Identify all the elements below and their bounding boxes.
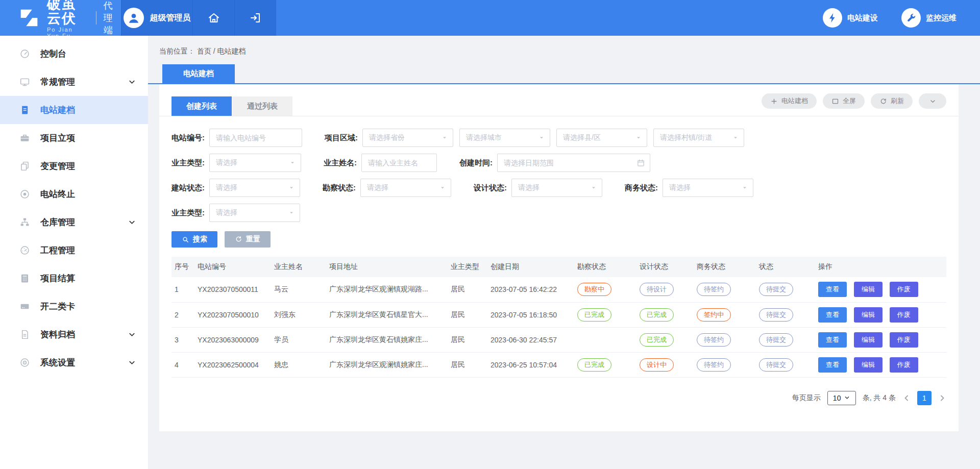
build-status-select[interactable]: 请选择 [209, 179, 300, 197]
page-number-current[interactable]: 1 [917, 391, 932, 405]
tab-create-list[interactable]: 创建列表 [172, 96, 232, 116]
brand-name: 破茧云伏 [47, 0, 85, 26]
next-page-icon[interactable] [938, 394, 946, 402]
status-badge: 待提交 [759, 358, 793, 372]
settings-icon [19, 357, 30, 368]
logout-button[interactable] [234, 0, 276, 36]
status-badge: 待提交 [759, 308, 793, 322]
owner-type-2-select[interactable]: 请选择 [209, 204, 300, 222]
void-button[interactable]: 作废 [890, 357, 918, 373]
edit-button[interactable]: 编辑 [854, 332, 883, 348]
filter-row-4: 业主类型: 请选择 [172, 204, 946, 222]
refresh-button[interactable]: 刷新 [871, 93, 913, 109]
sidebar-item-type2-card[interactable]: 开二类卡 [0, 292, 148, 320]
county-select[interactable]: 请选择县/区 [556, 129, 647, 147]
sidebar: 控制台 常规管理 电站建档 项目立项 变更管理 电站终 [0, 36, 148, 469]
tab-passed-list[interactable]: 通过列表 [232, 96, 292, 116]
chevron-down-icon [128, 78, 136, 86]
sidebar-item-station-terminate[interactable]: 电站终止 [0, 180, 148, 208]
per-page-select[interactable]: 10 [827, 391, 856, 405]
date-range-picker[interactable] [497, 154, 650, 172]
breadcrumb-path[interactable]: 首页 / 电站建档 [197, 47, 246, 55]
sidebar-item-console[interactable]: 控制台 [0, 40, 148, 68]
sidebar-item-engineering-mgmt[interactable]: 工程管理 [0, 236, 148, 264]
survey-status-select[interactable]: 请选择 [360, 179, 451, 197]
brand-text: 破茧云伏 Po Jian Yun Fu [47, 0, 85, 39]
home-icon [208, 12, 220, 24]
refresh-icon [879, 97, 887, 105]
table-row: 1 YX2023070500011 马云 广东深圳龙华区观澜镇观湖路... 居民… [172, 277, 946, 302]
briefcase-icon [19, 133, 30, 143]
nav-station-build[interactable]: 电站建设 [823, 8, 878, 28]
filter-form: 电站编号: 项目区域: 请选择省份 请选择城市 请选择县/区 [159, 116, 959, 248]
chevron-down-icon [844, 395, 850, 401]
brand-edition: 代理端 [96, 11, 121, 24]
search-button[interactable]: 搜索 [172, 231, 217, 248]
col-station-code: 电站编号 [194, 257, 271, 277]
view-button[interactable]: 查看 [818, 357, 847, 373]
reset-button[interactable]: 重置 [225, 231, 271, 248]
fullscreen-button[interactable]: 全屏 [823, 93, 865, 109]
sidebar-item-system-settings[interactable]: 系统设置 [0, 349, 148, 377]
prev-page-icon[interactable] [902, 394, 911, 402]
owner-name-label: 业主姓名: [324, 158, 357, 168]
sidebar-item-warehouse-mgmt[interactable]: 仓库管理 [0, 208, 148, 236]
sidebar-item-change-mgmt[interactable]: 变更管理 [0, 152, 148, 180]
view-button[interactable]: 查看 [818, 332, 847, 348]
fullscreen-label: 全屏 [843, 96, 856, 106]
col-business-status: 商务状态 [694, 257, 756, 277]
user-name: 超级管理员 [150, 13, 191, 23]
header-nav: 电站建设 监控运维 [823, 0, 980, 36]
filter-row-2: 业主类型: 请选择 业主姓名: 创建时间: [172, 154, 946, 172]
void-button[interactable]: 作废 [890, 282, 918, 297]
sidebar-item-station-archive[interactable]: 电站建档 [0, 96, 148, 124]
caret-down-icon [732, 135, 739, 141]
total-count-label: 条, 共 4 条 [863, 393, 896, 403]
create-station-button[interactable]: 电站建档 [762, 93, 817, 109]
create-time-label: 创建时间: [459, 158, 493, 168]
filter-region: 项目区域: 请选择省份 请选择城市 请选择县/区 请选择村镇/街道 [325, 129, 744, 147]
caret-down-icon [442, 135, 448, 141]
nav-monitor-ops[interactable]: 监控运维 [901, 8, 957, 28]
table-header-row: 序号 电站编号 业主姓名 项目地址 业主类型 创建日期 勘察状态 设计状态 商务… [172, 257, 946, 277]
town-select[interactable]: 请选择村镇/街道 [653, 129, 744, 147]
sidebar-item-general-mgmt[interactable]: 常规管理 [0, 68, 148, 96]
current-user[interactable]: 超级管理员 [121, 0, 192, 36]
edit-button[interactable]: 编辑 [854, 282, 883, 297]
design-status-select[interactable]: 请选择 [511, 179, 602, 197]
status-badge: 签约中 [697, 308, 731, 322]
status-badge: 待签约 [697, 283, 731, 296]
wrench-icon [901, 8, 921, 28]
province-select[interactable]: 请选择省份 [362, 129, 453, 147]
filter-create-time: 创建时间: [459, 154, 650, 172]
page-tab-station-archive[interactable]: 电站建档 [162, 64, 235, 83]
sidebar-item-data-archive[interactable]: 资料归档 [0, 320, 148, 349]
pagination: 每页显示 10 条, 共 4 条 1 [159, 378, 959, 405]
edit-button[interactable]: 编辑 [854, 307, 883, 323]
col-status: 状态 [756, 257, 815, 277]
fullscreen-icon [831, 97, 839, 105]
business-status-select[interactable]: 请选择 [663, 179, 753, 197]
app-header: 破茧云伏 Po Jian Yun Fu 代理端 超级管理员 [0, 0, 980, 36]
sidebar-item-project-initiation[interactable]: 项目立项 [0, 124, 148, 152]
view-button[interactable]: 查看 [818, 307, 847, 323]
view-button[interactable]: 查看 [818, 282, 847, 297]
owner-type-select[interactable]: 请选择 [209, 154, 301, 172]
void-button[interactable]: 作废 [890, 332, 918, 348]
filter-owner-type: 业主类型: 请选择 [172, 154, 301, 172]
reset-label: 重置 [246, 235, 260, 244]
city-select[interactable]: 请选择城市 [459, 129, 550, 147]
void-button[interactable]: 作废 [890, 307, 918, 323]
date-range-input[interactable] [497, 154, 650, 172]
search-label: 搜索 [193, 235, 207, 244]
nav-station-build-label: 电站建设 [847, 13, 878, 23]
collapse-button[interactable] [919, 93, 946, 109]
home-button[interactable] [192, 0, 234, 36]
filter-owner-name: 业主姓名: [324, 154, 437, 172]
edit-button[interactable]: 编辑 [854, 357, 883, 373]
sidebar-item-project-settlement[interactable]: 项目结算 [0, 264, 148, 292]
station-code-input[interactable] [209, 129, 302, 147]
build-status-placeholder: 请选择 [216, 183, 237, 192]
copy-icon [19, 161, 30, 171]
owner-name-input[interactable] [361, 154, 437, 172]
